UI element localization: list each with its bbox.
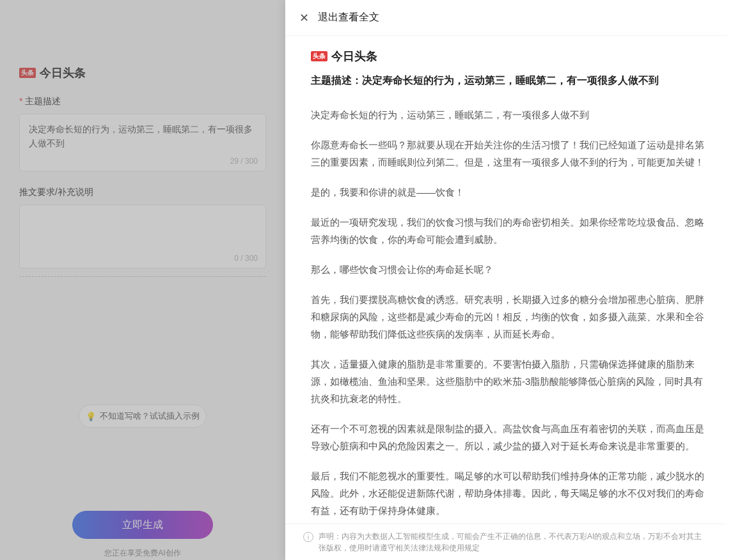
article-body: 决定寿命长短的行为，运动第三，睡眠第二，有一项很多人做不到你愿意寿命长一些吗？那… <box>311 106 707 519</box>
article-title: 主题描述：决定寿命长短的行为，运动第三，睡眠第二，有一项很多人做不到 <box>311 73 707 88</box>
article-paragraph: 那么，哪些饮食习惯会让你的寿命延长呢？ <box>311 261 707 278</box>
exit-label: 退出查看全文 <box>318 11 379 24</box>
brand-badge: 头条 <box>19 68 36 78</box>
brand-row-preview: 头条 今日头条 <box>311 49 707 64</box>
disclaimer-text: 声明：内容为大数据人工智能模型生成，可能会产生不正确的信息，不代表万彩AI的观点… <box>319 531 707 554</box>
insert-example-button[interactable]: 💡 不知道写啥？试试插入示例 <box>79 405 207 428</box>
required-star: * <box>19 96 22 106</box>
article-paragraph: 你愿意寿命长一些吗？那就要从现在开始关注你的生活习惯了！我们已经知道了运动是排名… <box>311 136 707 171</box>
article-scroll[interactable]: 头条 今日头条 主题描述：决定寿命长短的行为，运动第三，睡眠第二，有一项很多人做… <box>285 36 733 524</box>
article-paragraph: 最近的一项研究发现，我们的饮食习惯与我们的寿命密切相关。如果你经常吃垃圾食品、忽… <box>311 214 707 248</box>
divider <box>19 276 266 277</box>
article-paragraph: 其次，适量摄入健康的脂肪是非常重要的。不要害怕摄入脂肪，只需确保选择健康的脂肪来… <box>311 355 707 407</box>
brand-name: 今日头条 <box>331 49 377 64</box>
article-paragraph: 是的，我要和你讲的就是——饮食！ <box>311 183 707 201</box>
disclaimer-bar: i 声明：内容为大数据人工智能模型生成，可能会产生不正确的信息，不代表万彩AI的… <box>285 524 733 560</box>
editor-panel: 头条 今日头条 *主题描述 决定寿命长短的行为，运动第三，睡眠第二，有一项很多人… <box>0 0 285 560</box>
exit-bar[interactable]: ✕ 退出查看全文 <box>285 0 733 36</box>
article-paragraph: 决定寿命长短的行为，运动第三，睡眠第二，有一项很多人做不到 <box>311 106 707 123</box>
free-note: 您正在享受免费AI创作 <box>19 548 266 559</box>
brand-row: 头条 今日头条 <box>19 65 266 81</box>
brand-name: 今日头条 <box>40 65 86 81</box>
requirements-label: 推文要求/补充说明 <box>19 187 266 198</box>
topic-value: 决定寿命长短的行为，运动第三，睡眠第二，有一项很多人做不到 <box>29 122 256 151</box>
lightbulb-icon: 💡 <box>86 412 96 421</box>
article-paragraph: 最后，我们不能忽视水的重要性。喝足够的水可以帮助我们维持身体的正常功能，减少脱水… <box>311 467 707 519</box>
brand-badge: 头条 <box>311 51 327 61</box>
requirements-counter: 0 / 300 <box>234 254 258 263</box>
topic-counter: 29 / 300 <box>230 157 258 166</box>
topic-label: *主题描述 <box>19 96 266 107</box>
article-paragraph: 首先，我们要摆脱高糖饮食的诱惑。研究表明，长期摄入过多的糖分会增加罹患心脏病、肥… <box>311 291 707 343</box>
topic-input[interactable]: 决定寿命长短的行为，运动第三，睡眠第二，有一项很多人做不到 29 / 300 <box>19 114 266 171</box>
info-icon: i <box>303 532 313 542</box>
close-icon[interactable]: ✕ <box>299 11 309 25</box>
preview-panel: ✕ 退出查看全文 头条 今日头条 主题描述：决定寿命长短的行为，运动第三，睡眠第… <box>285 0 733 560</box>
article-paragraph: 还有一个不可忽视的因素就是限制盐的摄入。高盐饮食与高血压有着密切的关联，而高血压… <box>311 420 707 455</box>
requirements-input[interactable]: 0 / 300 <box>19 205 266 268</box>
generate-button[interactable]: 立即生成 <box>72 511 213 539</box>
